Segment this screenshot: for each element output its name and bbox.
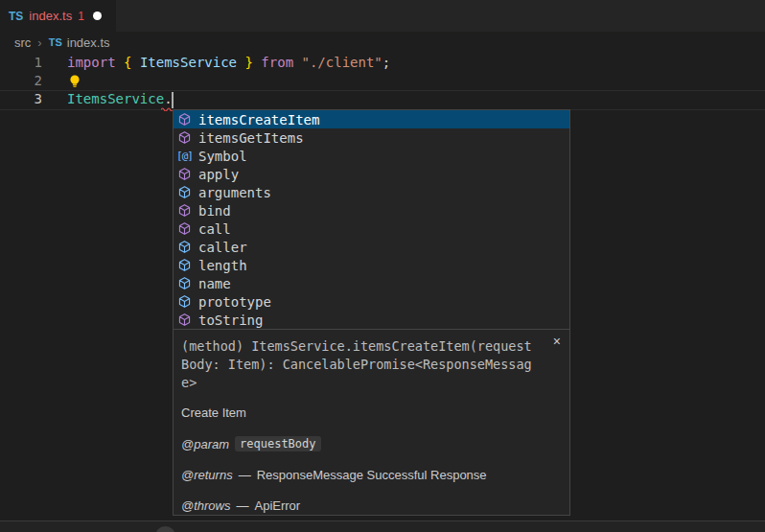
suggest-item-label: prototype	[198, 294, 271, 310]
doc-tag-text: ApiError	[255, 498, 301, 513]
suggest-widget: itemsCreateItemitemsGetItems[@]Symbolapp…	[173, 109, 570, 516]
line-number-1: 1	[0, 55, 42, 73]
symbol-method-icon	[176, 203, 193, 218]
tab-index-ts[interactable]: TS index.ts 1	[0, 0, 116, 32]
tab-error-count-badge: 1	[78, 10, 84, 23]
suggest-item-label: caller	[198, 240, 247, 255]
symbol-field-icon	[176, 240, 193, 254]
suggest-item-name[interactable]: name	[174, 274, 569, 292]
line-number-2: 2	[0, 73, 42, 91]
symbol-method-icon	[176, 112, 193, 127]
suggest-item-itemsCreateItem[interactable]: itemsCreateItem	[174, 110, 569, 128]
suggest-item-label: arguments	[198, 185, 271, 200]
code-line-2[interactable]	[67, 73, 390, 91]
symbol-field-icon	[176, 185, 193, 199]
typescript-file-icon: TS	[49, 36, 62, 48]
suggest-item-label: Symbol	[198, 149, 247, 164]
symbol-field-icon	[176, 294, 193, 309]
line-number-3: 3	[0, 91, 42, 109]
tab-label: index.ts	[29, 9, 72, 23]
doc-tag-name: @throws	[181, 498, 231, 513]
chevron-right-icon: ›	[37, 35, 41, 50]
suggest-item-apply[interactable]: apply	[174, 165, 569, 183]
suggest-item-label: bind	[198, 203, 231, 219]
doc-summary: Create Item	[181, 405, 562, 420]
suggest-item-label: itemsCreateItem	[198, 112, 319, 127]
suggest-docs-panel: (method) ItemsService.itemsCreateItem(re…	[174, 329, 569, 515]
code-token: ;	[382, 55, 390, 70]
doc-tags: @paramrequestBody@returns—ResponseMessag…	[181, 436, 562, 513]
suggest-item-label: apply	[198, 167, 239, 182]
code-token: ItemsService	[140, 55, 237, 70]
suggest-item-arguments[interactable]: arguments	[174, 183, 569, 201]
suggest-item-label: call	[198, 221, 231, 237]
symbol-method-icon	[176, 130, 193, 145]
symbol-method-icon	[176, 221, 193, 236]
close-icon[interactable]: ×	[553, 334, 561, 349]
vscode-window: TS index.ts 1 src › TS index.ts 123 impo…	[0, 0, 765, 532]
suggest-item-label: itemsGetItems	[198, 130, 304, 146]
code-token: import	[67, 55, 116, 70]
suggest-list: itemsCreateItemitemsGetItems[@]Symbolapp…	[174, 110, 569, 329]
typescript-file-icon: TS	[9, 10, 23, 23]
suggest-item-label: name	[198, 276, 231, 291]
suggest-item-caller[interactable]: caller	[174, 238, 569, 256]
code-line-3[interactable]: ItemsService.	[67, 91, 390, 109]
suggest-item-length[interactable]: length	[174, 256, 569, 274]
code-token: ItemsService	[67, 91, 164, 106]
breadcrumb-item-src[interactable]: src	[14, 35, 31, 50]
method-signature: (method) ItemsService.itemsCreateItem(re…	[181, 337, 536, 392]
code-line-1[interactable]: import { ItemsService } from "./client";	[67, 55, 390, 73]
doc-tag-param: @paramrequestBody	[181, 436, 562, 451]
code-token: }	[244, 55, 252, 70]
bottom-strip	[0, 521, 765, 532]
gutter: 123	[0, 55, 42, 109]
code-token: from	[261, 55, 293, 70]
code-token	[131, 55, 139, 70]
symbol-method-icon	[176, 167, 193, 181]
modified-indicator-dot[interactable]	[93, 12, 102, 20]
symbol-field-icon	[176, 276, 193, 290]
symbol-method-icon	[176, 312, 193, 327]
suggest-item-Symbol[interactable]: [@]Symbol	[174, 147, 569, 165]
floating-button-partial	[155, 526, 175, 532]
doc-tag-name: @returns	[181, 468, 233, 482]
doc-tag-throws: @throws—ApiError	[181, 498, 562, 513]
suggest-item-itemsGetItems[interactable]: itemsGetItems	[174, 128, 569, 147]
param-name-chip: requestBody	[235, 436, 320, 451]
breadcrumb-item-file[interactable]: index.ts	[67, 35, 110, 50]
symbol-property-icon: [@]	[176, 150, 193, 162]
em-dash: —	[239, 468, 251, 482]
suggest-item-toString[interactable]: toString	[174, 311, 569, 329]
em-dash: —	[237, 498, 249, 513]
doc-tag-name: @param	[181, 437, 229, 451]
code-token: "./client"	[302, 55, 382, 70]
suggest-item-label: length	[198, 258, 247, 273]
code-content: import { ItemsService } from "./client";…	[67, 55, 390, 109]
symbol-field-icon	[176, 258, 193, 272]
suggest-item-bind[interactable]: bind	[174, 201, 569, 220]
suggest-item-call[interactable]: call	[174, 220, 569, 238]
doc-tag-text: ResponseMessage Successful Response	[257, 468, 487, 482]
suggest-item-prototype[interactable]: prototype	[174, 292, 569, 311]
tab-bar: TS index.ts 1	[0, 0, 765, 32]
suggest-item-label: toString	[198, 312, 263, 328]
lightbulb-icon[interactable]	[68, 74, 81, 88]
code-token	[293, 55, 301, 70]
doc-tag-returns: @returns—ResponseMessage Successful Resp…	[181, 468, 562, 482]
breadcrumb: src › TS index.ts	[0, 32, 765, 53]
code-token	[116, 55, 124, 70]
